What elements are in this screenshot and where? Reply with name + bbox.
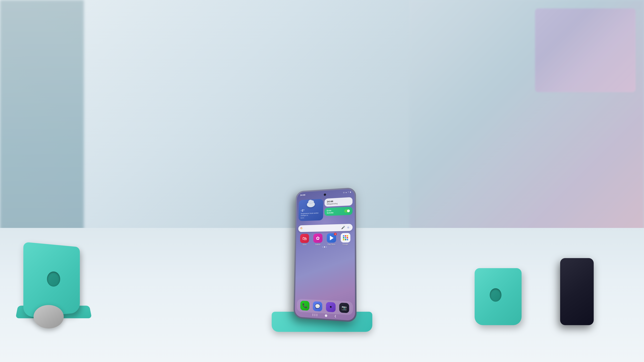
store-label: Store: [302, 244, 306, 246]
app-row: 🛍 Store ✿ Galerie: [298, 233, 353, 246]
galerie-label: Galerie: [315, 244, 320, 246]
phone-screen[interactable]: 14:44 ◎ ▲ 〜 ▮ -1° Temperaturen heute wer…: [295, 189, 355, 321]
stand-right-body: [474, 268, 522, 325]
stand-right: [471, 261, 530, 325]
weather-city: Berlin: [301, 217, 321, 219]
status-time: 14:44: [300, 194, 305, 196]
app-store[interactable]: 🛍 Store: [299, 234, 310, 246]
widgets-area: -1° Temperaturen heute werden niedriger …: [298, 197, 352, 221]
erste-schritte-widget[interactable]: Erste Schritte: [324, 207, 352, 216]
erste-line2: Schritte: [327, 212, 334, 214]
status-location-icon: ◎: [343, 191, 345, 193]
play-store-label: Play Store: [328, 244, 335, 245]
phone-dark-side: [560, 258, 594, 325]
app-google[interactable]: Google.: [340, 233, 351, 245]
grid-dot-5: [345, 237, 346, 239]
page-dot-3: [326, 247, 327, 247]
page-indicator: [322, 246, 327, 248]
page-dot-2-active: [324, 246, 325, 248]
grid-dot-2: [345, 235, 346, 237]
status-wifi-icon: 〜: [348, 191, 349, 193]
dock-camera[interactable]: 📷: [339, 303, 349, 313]
grid-dot-4: [343, 237, 344, 239]
play-store-icon[interactable]: 1: [327, 233, 336, 243]
weather-cloud-icon: [307, 201, 315, 207]
messages-icon: 💬: [315, 304, 320, 309]
dock-messages[interactable]: 💬: [313, 301, 322, 312]
background-monitor: [535, 8, 636, 92]
phone-device: 14:44 ◎ ▲ 〜 ▮ -1° Temperaturen heute wer…: [294, 187, 356, 322]
google-icon[interactable]: [340, 233, 350, 243]
galaxy-icon: ✦: [329, 305, 332, 309]
dock-phone[interactable]: 📞: [300, 301, 310, 311]
phone-icon: 📞: [302, 303, 308, 308]
grid-dot-9: [347, 239, 348, 240]
weather-temperature: -1°: [301, 208, 321, 212]
search-input-area[interactable]: [305, 228, 340, 228]
search-lens-button[interactable]: ⊙: [346, 226, 350, 229]
status-icons: ◎ ▲ 〜 ▮: [343, 191, 351, 194]
google-grid-icon: [341, 233, 350, 242]
weather-description: Temperaturen heute werden niedriger al..…: [301, 212, 321, 217]
earbuds-case: [34, 305, 67, 332]
time-widget[interactable]: 14:44 Mittagsbriefing: [324, 197, 352, 207]
play-store-triangle: [330, 236, 334, 240]
play-store-badge: 1: [334, 233, 337, 236]
grid-dot-1: [343, 235, 344, 237]
stand-right-hole: [490, 288, 502, 302]
grid-dot-7: [343, 239, 344, 240]
nav-recents-button[interactable]: ❮: [334, 315, 336, 318]
grid-dot-8: [345, 239, 346, 240]
galerie-icon[interactable]: ✿: [313, 233, 322, 243]
page-dot-1: [322, 247, 323, 247]
erste-schritte-text: Erste Schritte: [327, 209, 334, 214]
grid-dot-3: [347, 235, 348, 237]
app-galerie[interactable]: ✿ Galerie: [312, 233, 324, 246]
nav-back-button[interactable]: ❙❙❙: [312, 313, 318, 316]
weather-widget[interactable]: -1° Temperaturen heute werden niedriger …: [298, 199, 323, 221]
stand-left-hole: [47, 271, 60, 287]
app-play-store[interactable]: 1 Play Store: [326, 233, 337, 246]
google-g-logo: G: [300, 227, 304, 230]
search-mic-button[interactable]: 🎤: [341, 226, 345, 229]
stand-left: [17, 231, 90, 315]
g-letter: G: [300, 227, 302, 230]
google-label: Google.: [342, 243, 348, 245]
store-icon[interactable]: 🛍: [300, 234, 309, 243]
nav-home-button[interactable]: ⬤: [325, 314, 327, 317]
erste-schritte-toggle[interactable]: [344, 209, 350, 213]
mic-icon: 🎤: [341, 226, 345, 229]
status-signal-icon: ▲: [345, 191, 347, 193]
grid-dot-6: [347, 237, 348, 238]
dock-galaxy[interactable]: ✦: [326, 302, 336, 312]
galerie-symbol: ✿: [316, 236, 320, 241]
store-symbol: 🛍: [302, 236, 307, 241]
google-search-bar[interactable]: G 🎤 ⊙: [298, 224, 352, 232]
phone-body: 14:44 ◎ ▲ 〜 ▮ -1° Temperaturen heute wer…: [294, 187, 356, 322]
camera-icon: 📷: [342, 305, 347, 311]
earbuds-case-body: [34, 305, 64, 329]
status-battery-icon: ▮: [350, 191, 351, 193]
lens-icon: ⊙: [347, 226, 349, 229]
widget-right-column: 14:44 Mittagsbriefing Erste Schritte: [324, 197, 352, 220]
